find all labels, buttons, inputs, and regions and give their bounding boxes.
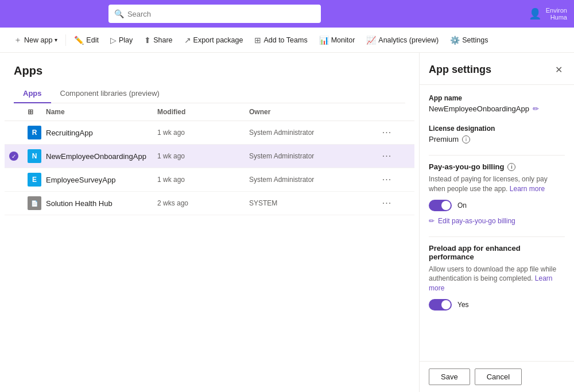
edit-billing-icon: ✏ (429, 217, 435, 225)
more-options-button[interactable]: ··· (364, 173, 410, 186)
more-options-button[interactable]: ··· (364, 197, 410, 209)
preload-toggle[interactable] (429, 299, 452, 311)
monitor-button[interactable]: 📊 Monitor (315, 33, 360, 47)
share-button[interactable]: ⬆ Share (139, 33, 177, 47)
env-info: Environ Huma (546, 7, 567, 21)
license-value: Premium i (429, 135, 565, 143)
license-label: License designation (429, 125, 565, 133)
close-settings-button[interactable]: ✕ (553, 62, 565, 77)
app-owner: System Administrator (249, 152, 364, 160)
billing-toggle-row: On (429, 200, 565, 211)
col-modified: Modified (157, 108, 249, 116)
settings-title: App settings (429, 64, 491, 76)
env-name: Environ (546, 7, 567, 14)
share-icon: ⬆ (144, 36, 151, 45)
tab-component-libraries[interactable]: Component libraries (preview) (51, 84, 169, 103)
license-section: License designation Premium i (429, 125, 565, 143)
edit-billing-label: Edit pay-as-you-go billing (438, 217, 515, 225)
edit-billing-row[interactable]: ✏ Edit pay-as-you-go billing (429, 217, 565, 225)
section-divider-1 (429, 155, 565, 156)
table-row[interactable]: ✓ N NewEmployeeOnboardingApp 1 wk ago Sy… (5, 145, 414, 168)
settings-panel: App settings ✕ App name NewEmployeeOnboa… (419, 53, 574, 392)
analytics-button[interactable]: 📈 Analytics (preview) (362, 33, 443, 47)
search-box[interactable]: 🔍 (108, 5, 321, 23)
section-divider-2 (429, 236, 565, 237)
new-app-button[interactable]: ＋ New app ▾ (9, 33, 62, 48)
app-owner: System Administrator (249, 129, 364, 137)
app-modified: 1 wk ago (157, 176, 249, 184)
app-icon: R (28, 126, 41, 139)
grid-icon: ⊞ (28, 108, 33, 116)
app-owner: SYSTEM (249, 199, 364, 207)
billing-toggle[interactable] (429, 200, 452, 211)
billing-section: Pay-as-you-go billing i Instead of payin… (429, 162, 565, 225)
table-row[interactable]: 📄 Solution Health Hub 2 wks ago SYSTEM ·… (5, 192, 414, 215)
row-selected-check: ✓ (9, 152, 18, 161)
app-name-text: NewEmployeeOnboardingApp (429, 104, 529, 113)
preload-desc: Allow users to download the app file whi… (429, 265, 565, 293)
apps-panel: Apps Apps Component libraries (preview) … (0, 53, 419, 392)
app-icon: E (28, 173, 41, 187)
app-modified: 1 wk ago (157, 152, 249, 160)
edit-app-name-icon[interactable]: ✏ (533, 104, 539, 113)
app-name: RecruitingApp (46, 129, 157, 137)
play-button[interactable]: ▷ Play (106, 33, 137, 47)
settings-button[interactable]: ⚙️ Settings (445, 33, 492, 47)
plus-icon: ＋ (14, 35, 22, 45)
search-input[interactable] (127, 10, 315, 18)
cancel-button[interactable]: Cancel (475, 368, 522, 385)
save-button[interactable]: Save (429, 368, 470, 385)
tabs-bar: Apps Component libraries (preview) (14, 84, 405, 103)
billing-desc: Instead of paying for licenses, only pay… (429, 174, 565, 194)
billing-info-icon[interactable]: i (507, 163, 515, 171)
app-name: NewEmployeeOnboardingApp (46, 152, 157, 161)
tab-apps[interactable]: Apps (14, 84, 51, 103)
col-owner: Owner (249, 108, 364, 116)
billing-label: Pay-as-you-go billing (429, 162, 504, 171)
add-to-teams-button[interactable]: ⊞ Add to Teams (250, 33, 312, 47)
teams-icon: ⊞ (254, 36, 261, 45)
apps-table: ⊞ Name Modified Owner R RecruitingApp 1 … (0, 103, 419, 215)
app-name-label: App name (429, 94, 565, 102)
play-icon: ▷ (110, 36, 117, 45)
top-right-info: 👤 Environ Huma (529, 7, 567, 21)
app-name-value: NewEmployeeOnboardingApp ✏ (429, 104, 565, 113)
table-row[interactable]: E EmployeeSurveyApp 1 wk ago System Admi… (5, 168, 414, 192)
edit-button[interactable]: ✏️ Edit (69, 33, 103, 47)
preload-section: Preload app for enhanced performance All… (429, 244, 565, 311)
toolbar-divider-1 (65, 34, 66, 46)
edit-icon: ✏️ (74, 36, 84, 45)
table-header: ⊞ Name Modified Owner (5, 103, 414, 121)
table-row[interactable]: R RecruitingApp 1 wk ago System Administ… (5, 121, 414, 145)
chevron-down-icon: ▾ (55, 37, 57, 43)
col-icon: ⊞ (28, 108, 46, 116)
billing-learn-more-link[interactable]: Learn more (510, 185, 545, 193)
col-name: Name (46, 108, 157, 116)
page-title: Apps (14, 64, 405, 77)
billing-header: Pay-as-you-go billing i (429, 162, 565, 171)
more-options-button[interactable]: ··· (364, 126, 410, 139)
monitor-icon: 📊 (319, 36, 329, 45)
license-text: Premium (429, 135, 459, 143)
app-icon: N (28, 149, 41, 163)
app-icon: 📄 (28, 196, 41, 210)
person-icon: 👤 (529, 7, 541, 20)
export-package-button[interactable]: ↗ Export package (180, 33, 248, 47)
billing-toggle-label: On (457, 201, 467, 209)
more-options-button[interactable]: ··· (364, 150, 410, 162)
toolbar: ＋ New app ▾ ✏️ Edit ▷ Play ⬆ Share ↗ Exp… (0, 28, 574, 53)
license-info-icon[interactable]: i (462, 135, 470, 143)
app-owner: System Administrator (249, 176, 364, 184)
app-modified: 1 wk ago (157, 129, 249, 137)
preload-toggle-label: Yes (457, 301, 469, 309)
apps-header: Apps Apps Component libraries (preview) (0, 53, 419, 103)
app-name-section: App name NewEmployeeOnboardingApp ✏ (429, 94, 565, 113)
app-modified: 2 wks ago (157, 199, 249, 207)
search-icon: 🔍 (114, 9, 124, 18)
app-name: Solution Health Hub (46, 199, 157, 208)
preload-title: Preload app for enhanced performance (429, 244, 565, 261)
user-name: Huma (546, 14, 567, 21)
preload-toggle-row: Yes (429, 299, 565, 311)
settings-footer: Save Cancel (420, 361, 574, 392)
main-area: Apps Apps Component libraries (preview) … (0, 53, 574, 392)
